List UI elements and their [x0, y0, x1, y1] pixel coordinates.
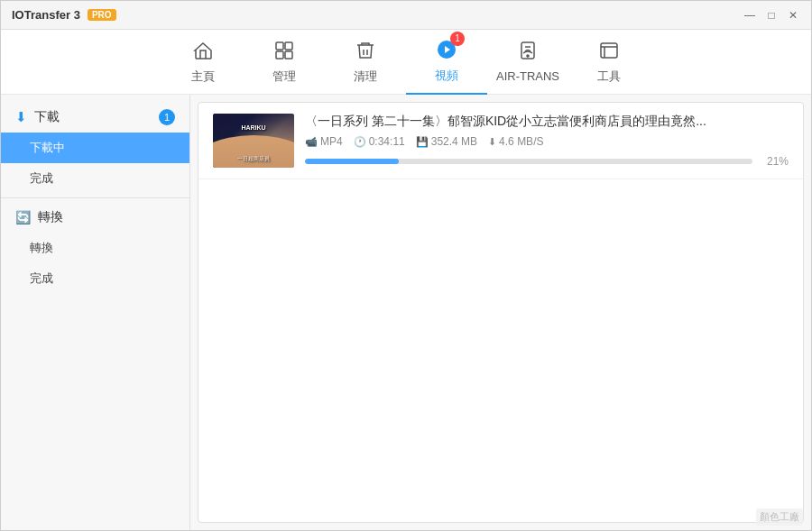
- meta-size: 💾 352.4 MB: [416, 135, 477, 148]
- svg-rect-2: [276, 51, 283, 59]
- video-badge: 1: [450, 32, 465, 46]
- svg-rect-1: [285, 42, 292, 50]
- progress-row: 21%: [305, 155, 789, 168]
- nav-item-clean[interactable]: 清理: [325, 30, 406, 95]
- meta-duration: 🕐 0:34:11: [354, 135, 405, 148]
- sidebar-item-convert-done[interactable]: 完成: [1, 263, 189, 294]
- tools-icon: [598, 40, 620, 65]
- progress-percentage: 21%: [760, 155, 789, 168]
- svg-point-10: [527, 55, 529, 57]
- size-icon: 💾: [416, 136, 429, 148]
- sidebar-item-converting[interactable]: 轉換: [1, 233, 189, 263]
- download-meta: 📹 MP4 🕐 0:34:11 💾 352.4 MB ⬇ 4.6 MB/S: [305, 135, 789, 148]
- progress-bar-fill: [305, 159, 399, 164]
- speed-icon: ⬇: [488, 136, 496, 148]
- sidebar-item-convert-done-label: 完成: [30, 271, 53, 285]
- sidebar-divider: [1, 197, 189, 198]
- convert-section-icon: 🔄: [15, 210, 31, 224]
- main-content: ⬇ 下載 1 下載中 完成 🔄 轉換 轉換 完成: [1, 95, 811, 530]
- duration-label: 0:34:11: [369, 135, 405, 148]
- app-name: IOTransfer 3: [12, 8, 80, 22]
- sidebar-item-converting-label: 轉換: [30, 241, 53, 254]
- sidebar-section-download-header[interactable]: ⬇ 下載 1: [1, 102, 189, 133]
- title-bar-left: IOTransfer 3 PRO: [12, 8, 116, 22]
- nav-item-manage[interactable]: 管理: [244, 30, 325, 95]
- meta-format: 📹 MP4: [305, 135, 343, 148]
- clock-icon: 🕐: [354, 136, 366, 148]
- nav-item-home[interactable]: 主頁: [162, 30, 244, 95]
- sidebar-item-download-done[interactable]: 完成: [1, 163, 189, 194]
- sidebar-section-download: ⬇ 下載 1 下載中 完成: [1, 102, 189, 194]
- nav-item-video[interactable]: 1 視頻: [406, 30, 487, 95]
- progress-bar-background: [305, 159, 752, 164]
- title-controls: — □ ✕: [743, 8, 800, 23]
- sidebar-item-downloading-label: 下載中: [30, 141, 65, 154]
- sidebar-section-convert-header[interactable]: 🔄 轉換: [1, 202, 189, 233]
- sidebar-section-download-label: 下載: [34, 109, 60, 125]
- svg-rect-0: [276, 42, 283, 50]
- title-bar: IOTransfer 3 PRO — □ ✕: [1, 1, 811, 30]
- video-icon: 1: [436, 39, 457, 64]
- nav-item-airtrans[interactable]: AIR-TRANS: [487, 30, 568, 95]
- download-section-badge: 1: [159, 109, 175, 125]
- sidebar-section-convert: 🔄 轉換 轉換 完成: [1, 202, 189, 294]
- sidebar-item-download-done-label: 完成: [30, 171, 53, 185]
- watermark: 顏色工廠: [756, 508, 803, 526]
- svg-rect-11: [601, 43, 617, 58]
- nav-item-tools[interactable]: 工具: [568, 30, 650, 95]
- download-item: HARIKU 一日超商店員 〈一日系列 第二十一集〉郁智源KID從小立志當便利商…: [198, 103, 803, 179]
- svg-rect-3: [285, 51, 292, 59]
- clean-icon: [355, 40, 376, 65]
- video-format-icon: 📹: [305, 136, 318, 148]
- speed-label: 4.6 MB/S: [499, 135, 543, 148]
- meta-speed: ⬇ 4.6 MB/S: [488, 135, 543, 148]
- sidebar: ⬇ 下載 1 下載中 完成 🔄 轉換 轉換 完成: [1, 95, 190, 530]
- nav-label-home: 主頁: [191, 69, 215, 85]
- content-area: HARIKU 一日超商店員 〈一日系列 第二十一集〉郁智源KID從小立志當便利商…: [198, 102, 804, 523]
- nav-bar: 主頁 管理: [1, 30, 811, 95]
- sidebar-item-downloading[interactable]: 下載中: [1, 133, 189, 163]
- home-icon: [192, 40, 214, 65]
- download-section-icon: ⬇: [15, 109, 27, 125]
- manage-icon: [273, 40, 295, 65]
- minimize-button[interactable]: —: [743, 8, 757, 23]
- format-label: MP4: [320, 135, 343, 148]
- close-button[interactable]: ✕: [786, 8, 800, 23]
- video-thumbnail: HARIKU 一日超商店員: [213, 114, 294, 168]
- sidebar-section-convert-label: 轉換: [38, 209, 63, 225]
- pro-badge: PRO: [88, 9, 116, 21]
- size-label: 352.4 MB: [431, 135, 477, 148]
- nav-label-airtrans: AIR-TRANS: [496, 69, 559, 83]
- nav-label-tools: 工具: [597, 69, 621, 85]
- nav-label-video: 視頻: [435, 68, 458, 84]
- maximize-button[interactable]: □: [764, 8, 779, 23]
- download-info: 〈一日系列 第二十一集〉郁智源KID從小立志當便利商店員的理由竟然... 📹 M…: [305, 114, 789, 168]
- download-title: 〈一日系列 第二十一集〉郁智源KID從小立志當便利商店員的理由竟然...: [305, 114, 789, 130]
- airtrans-icon: [517, 41, 539, 66]
- nav-items: 主頁 管理: [162, 30, 650, 95]
- nav-label-clean: 清理: [354, 69, 377, 85]
- nav-label-manage: 管理: [272, 69, 296, 85]
